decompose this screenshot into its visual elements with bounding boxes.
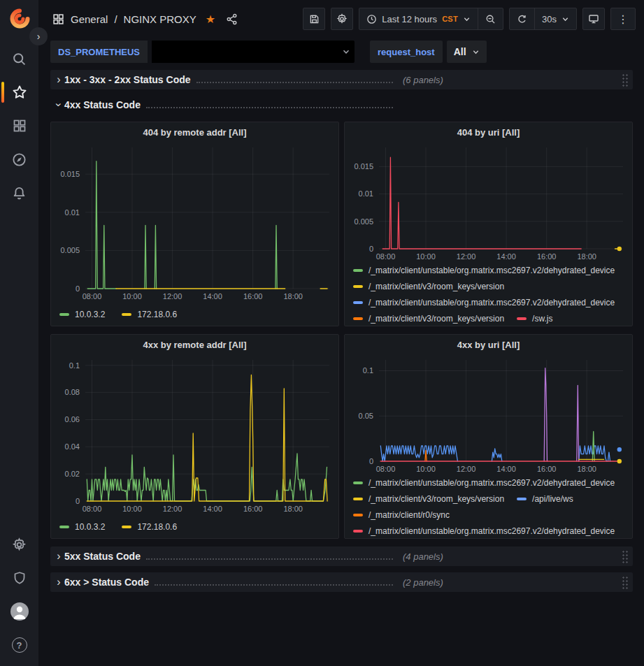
shield-icon	[13, 571, 27, 585]
legend-item[interactable]: /_matrix/client/v3/room_keys/version	[353, 494, 504, 504]
chevron-down-icon	[342, 48, 350, 56]
svg-text:0: 0	[76, 497, 80, 505]
legend-item[interactable]: /api/live/ws	[517, 494, 573, 504]
chart-legend: 10.0.3.2172.18.0.6	[51, 304, 338, 325]
row-5xx[interactable]: › 5xx Status Code (4 panels)	[50, 546, 633, 566]
legend-item[interactable]: /_matrix/client/unstable/org.matrix.msc2…	[353, 478, 615, 488]
row-4xx[interactable]: › 4xx Status Code	[50, 95, 633, 115]
save-dashboard-button[interactable]	[303, 8, 325, 30]
breadcrumb-folder[interactable]: General	[71, 13, 108, 25]
bell-icon	[12, 186, 27, 201]
chart-legend: /_matrix/client/unstable/org.matrix.msc2…	[345, 477, 632, 537]
svg-text:10:00: 10:00	[416, 252, 436, 261]
timeseries-chart[interactable]: 00.050.108:0010:0012:0014:0016:0018:00	[347, 354, 630, 477]
timeseries-chart[interactable]: 00.020.040.060.080.108:0010:0012:0014:00…	[53, 354, 336, 516]
svg-text:18:00: 18:00	[577, 465, 596, 473]
legend-item[interactable]: 10.0.3.2	[59, 310, 105, 319]
sidebar-item-explore[interactable]	[0, 143, 38, 176]
legend-item[interactable]: /_matrix/client/unstable/org.matrix.msc2…	[353, 526, 615, 536]
panel-title[interactable]: 4xx by uri [All]	[345, 335, 632, 354]
request-host-variable-value[interactable]: All	[447, 41, 487, 63]
svg-text:16:00: 16:00	[243, 505, 263, 513]
share-icon[interactable]	[226, 13, 238, 25]
sidebar-item-starred[interactable]	[0, 75, 38, 109]
timeseries-chart[interactable]: 00.0050.010.01508:0010:0012:0014:0016:00…	[53, 142, 336, 304]
dashboards-grid-icon	[13, 119, 27, 133]
svg-text:16:00: 16:00	[537, 465, 557, 473]
legend-item[interactable]: 10.0.3.2	[59, 522, 105, 532]
row-title: 5xx Status Code	[64, 551, 141, 562]
legend-item[interactable]: /_matrix/client/r0/sync	[353, 510, 450, 520]
svg-text:0.08: 0.08	[65, 388, 80, 396]
datasource-variable-label[interactable]: DS_PROMETHEUS	[50, 41, 148, 63]
legend-item[interactable]: /_matrix/client/unstable/org.matrix.msc2…	[353, 266, 615, 275]
svg-text:12:00: 12:00	[163, 505, 183, 513]
row-title: 1xx - 3xx - 2xx Status Code	[64, 74, 191, 85]
panel-title[interactable]: 4xx by remote addr [All]	[51, 335, 338, 354]
sidebar-item-dashboards[interactable]	[0, 109, 38, 143]
svg-text:0: 0	[369, 245, 373, 253]
legend-item[interactable]: /_matrix/client/v3/room_keys/version	[353, 314, 504, 324]
sidebar-item-server-admin[interactable]	[0, 561, 38, 595]
refresh-interval-button[interactable]: 30s	[534, 8, 576, 29]
time-range-button[interactable]: Last 12 hours CST	[359, 8, 478, 29]
favorite-star-icon[interactable]: ★	[206, 13, 215, 26]
svg-text:16:00: 16:00	[243, 292, 263, 301]
sidebar-item-alerting[interactable]	[0, 176, 38, 210]
refresh-button[interactable]	[510, 8, 534, 29]
dashboards-grid-icon[interactable]	[52, 13, 64, 25]
zoom-out-button[interactable]	[478, 8, 503, 29]
svg-text:0.06: 0.06	[65, 415, 80, 424]
svg-text:0.015: 0.015	[354, 162, 373, 171]
panel-title[interactable]: 404 by uri [All]	[345, 122, 632, 142]
svg-text:0.005: 0.005	[354, 217, 373, 226]
row-drag-handle[interactable]	[622, 576, 629, 589]
svg-text:10:00: 10:00	[416, 465, 436, 473]
sidebar-item-profile[interactable]	[0, 595, 38, 628]
dotted-leader	[146, 100, 393, 108]
datasource-variable-value[interactable]	[152, 41, 355, 63]
panel-404-by-uri: 404 by uri [All] 00.0050.010.01508:0010:…	[344, 122, 633, 326]
legend-item[interactable]: /_matrix/client/v3/room_keys/version	[353, 282, 504, 291]
tv-mode-button[interactable]	[582, 8, 605, 30]
zoom-out-icon	[485, 14, 496, 24]
row-panel-count: (2 panels)	[403, 577, 443, 588]
svg-text:10:00: 10:00	[122, 292, 142, 301]
panel-4xx-by-uri: 4xx by uri [All] 00.050.108:0010:0012:00…	[344, 334, 633, 539]
dashboard-body: › 1xx - 3xx - 2xx Status Code (6 panels)…	[38, 68, 644, 598]
panel-4xx-by-remote-addr: 4xx by remote addr [All] 00.020.040.060.…	[50, 334, 339, 539]
legend-item[interactable]: 172.18.0.6	[122, 522, 177, 532]
sidebar-item-configuration[interactable]	[0, 528, 38, 561]
sidebar-item-help[interactable]: ?	[0, 628, 38, 662]
sidebar-expand-button[interactable]: ›	[29, 27, 48, 45]
legend-item[interactable]: /_matrix/client/unstable/org.matrix.msc2…	[353, 298, 615, 307]
svg-text:14:00: 14:00	[496, 465, 516, 473]
panel-title[interactable]: 404 by remote addr [All]	[51, 122, 338, 142]
grafana-app: ›	[0, 0, 644, 666]
row-drag-handle[interactable]	[622, 550, 629, 563]
search-icon	[12, 52, 27, 66]
row-drag-handle[interactable]	[622, 73, 629, 87]
svg-text:18:00: 18:00	[577, 252, 596, 261]
svg-text:0.015: 0.015	[60, 170, 80, 178]
svg-text:12:00: 12:00	[457, 465, 476, 473]
chart-legend: /_matrix/client/unstable/org.matrix.msc2…	[345, 264, 632, 324]
row-title: 6xx > Status Code	[64, 577, 149, 588]
request-host-variable-label[interactable]: request_host	[370, 41, 443, 63]
dashboard-settings-button[interactable]	[331, 8, 353, 30]
sidebar-item-search[interactable]	[0, 42, 38, 75]
timeseries-chart[interactable]: 00.0050.010.01508:0010:0012:0014:0016:00…	[347, 142, 630, 264]
row-6xx[interactable]: › 6xx > Status Code (2 panels)	[50, 572, 633, 592]
kebab-menu-button[interactable]: ⋮	[610, 8, 636, 30]
row-title: 4xx Status Code	[64, 99, 141, 110]
time-range-label: Last 12 hours	[382, 14, 437, 24]
dotted-leader	[196, 75, 393, 83]
row-1xx-3xx-2xx[interactable]: › 1xx - 3xx - 2xx Status Code (6 panels)	[50, 70, 633, 89]
star-icon	[12, 85, 27, 100]
legend-item[interactable]: /sw.js	[517, 314, 552, 324]
svg-text:0.1: 0.1	[363, 366, 373, 375]
legend-item[interactable]: 172.18.0.6	[122, 310, 177, 319]
svg-text:08:00: 08:00	[83, 292, 102, 301]
breadcrumb-dashboard[interactable]: NGINX PROXY	[124, 13, 196, 25]
refresh-icon	[517, 14, 527, 24]
